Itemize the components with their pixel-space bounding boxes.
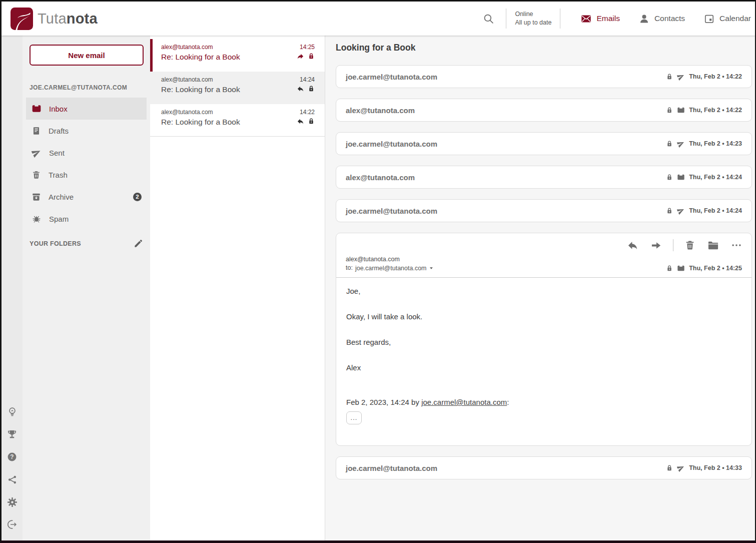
logout-button[interactable] [6,518,18,530]
lock-icon [666,73,673,80]
sidebar-item-trash[interactable]: Trash [26,164,147,186]
sidebar-item-drafts[interactable]: Drafts [26,120,147,142]
delete-button[interactable] [684,240,695,251]
more-icon [731,240,742,251]
brand-name: Tutanota [38,11,98,27]
forward-button[interactable] [650,240,662,251]
sidebar-item-spam[interactable]: Spam [26,208,147,230]
your-folders-label: YOUR FOLDERS [30,240,134,247]
caret-down-icon [429,266,434,271]
replied-icon [297,118,304,125]
collapsed-email-card[interactable]: alex@tutanota.com Thu, Feb 2 • 14:22 [336,99,752,122]
lock-icon [308,53,315,60]
settings-button[interactable] [6,496,18,508]
sidebar-item-inbox[interactable]: Inbox [26,98,147,120]
sidebar-item-archive[interactable]: Archive 2 [26,186,147,208]
help-icon [7,451,18,462]
sent-icon [32,148,42,158]
archive-icon [32,192,41,202]
tutanota-window: Tutanota Online All up to date Emails Co… [0,0,756,543]
lock-icon [666,140,673,147]
person-icon [639,14,649,24]
premium-button[interactable] [6,428,18,440]
expanded-email-card: alex@tutanota.com to: joe.carmel@tutanot… [336,233,752,446]
inbox-icon [32,104,42,114]
body-line: Joe, [346,287,741,296]
archive-count-badge: 2 [133,193,142,201]
nav-emails[interactable]: Emails [581,14,620,24]
lock-icon [666,107,673,114]
collapsed-email-card[interactable]: alex@tutanota.com Thu, Feb 2 • 14:24 [336,166,752,189]
sent-icon [677,207,685,215]
tutanota-logo-icon [11,8,33,30]
nav-contacts[interactable]: Contacts [639,14,685,24]
collapsed-email-card[interactable]: joe.carmel@tutanota.com Thu, Feb 2 • 14:… [336,199,752,222]
reply-button[interactable] [627,240,638,251]
brand: Tutanota [11,8,98,30]
reply-icon [627,240,638,251]
email-sender: alex@tutanota.com [346,255,666,264]
nav-calendar[interactable]: Calendar [704,14,751,24]
move-folder-icon [707,240,719,251]
mail-list-item[interactable]: alex@tutanota.com Re: Looking for a Book… [150,72,325,104]
move-to-folder-button[interactable] [707,240,719,251]
to-label: to: [346,264,353,272]
folder-list: Inbox Drafts Sent Trash Archive 2 [23,98,150,230]
collapsed-email-card[interactable]: joe.carmel@tutanota.com Thu, Feb 2 • 14:… [336,132,752,155]
mail-list: alex@tutanota.com Re: Looking for a Book… [150,36,325,540]
mail-icon [581,14,591,24]
pencil-icon [134,239,143,248]
top-bar: Tutanota Online All up to date Emails Co… [2,2,755,36]
lock-icon [666,265,673,272]
settings-icon [7,496,18,508]
sidebar-item-sent[interactable]: Sent [26,142,147,164]
header-divider [560,9,560,29]
mail-list-item[interactable]: alex@tutanota.com Re: Looking for a Book… [150,39,325,72]
collapsed-email-card[interactable]: joe.carmel@tutanota.com Thu, Feb 2 • 14:… [336,456,752,479]
share-button[interactable] [6,473,18,485]
main-nav: Emails Contacts Calendar [581,14,751,24]
expand-quote-button[interactable]: ... [346,411,362,424]
sent-icon [677,140,685,148]
inbox-icon [677,173,685,181]
your-folders-section: YOUR FOLDERS [30,239,143,248]
sent-icon [677,464,685,472]
more-actions-button[interactable] [731,240,742,251]
email-toolbar [346,239,742,251]
conversation-view: Looking for a Book joe.carmel@tutanota.c… [325,36,755,540]
email-date: Thu, Feb 2 • 14:25 [689,265,742,272]
calendar-icon [704,14,714,24]
new-email-button[interactable]: New email [30,45,144,66]
body-line: Best regards, [346,338,741,347]
recipient-dropdown[interactable]: joe.carmel@tutanota.com [355,265,434,272]
lock-icon [666,207,673,214]
trophy-icon [7,429,18,440]
body-line: Okay, I will take a look. [346,312,741,321]
search-button[interactable] [479,10,497,28]
header-divider [506,9,506,29]
lock-icon [308,85,315,92]
lock-icon [666,464,673,471]
search-icon [483,13,494,25]
trash-icon [684,240,695,251]
email-body: Joe, Okay, I will take a look. Best rega… [336,278,751,424]
connection-status: Online [515,10,551,19]
inbox-icon [677,264,685,272]
lightbulb-icon [7,406,18,418]
lock-icon [666,174,673,181]
help-button[interactable] [6,451,18,463]
sync-status: Online All up to date [515,10,551,27]
forwarded-icon [297,53,304,60]
toolbar-divider [673,239,673,251]
edit-folders-button[interactable] [134,239,143,248]
sync-status-detail: All up to date [515,19,551,27]
whats-new-button[interactable] [6,406,18,418]
inbox-icon [677,106,685,114]
quote-header: Feb 2, 2023, 14:24 by joe.carmel@tutanot… [346,398,741,406]
quoted-sender-link[interactable]: joe.carmel@tutanota.com [421,398,507,406]
body-line: Alex [346,363,741,372]
share-icon [7,474,18,485]
collapsed-email-card[interactable]: joe.carmel@tutanota.com Thu, Feb 2 • 14:… [336,65,752,88]
quick-action-bar [2,36,23,540]
mail-list-item[interactable]: alex@tutanota.com Re: Looking for a Book… [150,104,325,137]
